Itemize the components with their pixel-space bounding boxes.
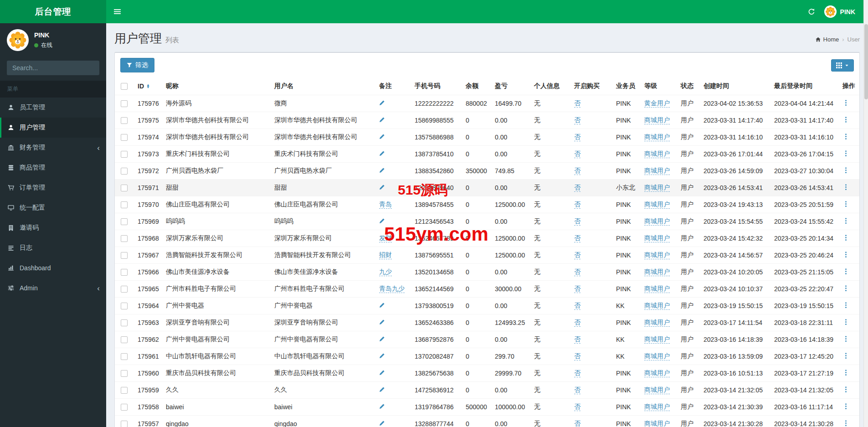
sidebar-item-邀请码[interactable]: 邀请码 <box>0 218 106 238</box>
edit-pencil-icon[interactable] <box>379 336 385 342</box>
actions-menu-icon[interactable] <box>842 116 849 123</box>
purchase-toggle-link[interactable]: 否 <box>574 167 580 175</box>
purchase-toggle-link[interactable]: 否 <box>574 403 580 411</box>
sidebar-item-员工管理[interactable]: 员工管理 <box>0 98 106 118</box>
actions-menu-icon[interactable] <box>842 167 849 174</box>
actions-menu-icon[interactable] <box>842 201 849 207</box>
sidebar-item-订单管理[interactable]: 订单管理 <box>0 178 106 198</box>
purchase-toggle-link[interactable]: 否 <box>574 99 580 108</box>
purchase-toggle-link[interactable]: 否 <box>574 352 580 360</box>
scrollbar-thumb[interactable] <box>864 24 868 99</box>
level-link[interactable]: 商城用户 <box>644 319 670 327</box>
sidebar-item-用户管理[interactable]: 用户管理 <box>0 118 106 138</box>
purchase-toggle-link[interactable]: 否 <box>574 302 580 310</box>
edit-pencil-icon[interactable] <box>379 386 385 392</box>
user-menu[interactable]: PINK <box>824 5 855 18</box>
actions-menu-icon[interactable] <box>842 386 849 393</box>
actions-menu-icon[interactable] <box>842 335 849 342</box>
row-checkbox[interactable] <box>121 201 128 208</box>
remark-link[interactable]: 青岛 <box>379 201 392 209</box>
actions-menu-icon[interactable] <box>842 420 849 427</box>
row-checkbox[interactable] <box>121 370 128 377</box>
sidebar-item-商品管理[interactable]: 商品管理 <box>0 158 106 178</box>
actions-menu-icon[interactable] <box>842 234 849 241</box>
purchase-toggle-link[interactable]: 否 <box>574 369 580 377</box>
sidebar-item-日志[interactable]: 日志 <box>0 238 106 258</box>
row-checkbox[interactable] <box>121 168 128 175</box>
edit-pencil-icon[interactable] <box>379 370 385 376</box>
actions-menu-icon[interactable] <box>842 217 849 224</box>
row-checkbox[interactable] <box>121 185 128 191</box>
level-link[interactable]: 商城用户 <box>644 251 670 259</box>
level-link[interactable]: 商城用户 <box>644 403 670 411</box>
actions-menu-icon[interactable] <box>842 184 849 190</box>
sidebar-toggle-icon[interactable] <box>106 0 128 23</box>
edit-pencil-icon[interactable] <box>379 218 385 224</box>
sidebar-item-Dashboard[interactable]: Dashboard <box>0 258 106 278</box>
edit-pencil-icon[interactable] <box>379 134 385 139</box>
purchase-toggle-link[interactable]: 否 <box>574 335 580 344</box>
refresh-icon[interactable] <box>808 8 815 15</box>
actions-menu-icon[interactable] <box>842 133 849 140</box>
purchase-toggle-link[interactable]: 否 <box>574 133 580 141</box>
level-link[interactable]: 商城用户 <box>644 217 670 226</box>
level-link[interactable]: 商城用户 <box>644 302 670 310</box>
row-checkbox[interactable] <box>121 235 128 242</box>
actions-menu-icon[interactable] <box>842 302 849 309</box>
purchase-toggle-link[interactable]: 否 <box>574 150 580 158</box>
purchase-toggle-link[interactable]: 否 <box>574 116 580 124</box>
actions-menu-icon[interactable] <box>842 251 849 258</box>
actions-menu-icon[interactable] <box>842 285 849 292</box>
level-link[interactable]: 商城用户 <box>644 201 670 209</box>
edit-pencil-icon[interactable] <box>379 150 385 156</box>
row-checkbox[interactable] <box>121 252 128 259</box>
level-link[interactable]: 商城用户 <box>644 369 670 377</box>
actions-menu-icon[interactable] <box>842 150 849 157</box>
purchase-toggle-link[interactable]: 否 <box>574 420 580 427</box>
row-checkbox[interactable] <box>121 353 128 360</box>
row-checkbox[interactable] <box>121 286 128 293</box>
purchase-toggle-link[interactable]: 否 <box>574 217 580 226</box>
edit-pencil-icon[interactable] <box>379 100 385 106</box>
row-checkbox[interactable] <box>121 134 128 141</box>
level-link[interactable]: 商城用户 <box>644 133 670 141</box>
edit-pencil-icon[interactable] <box>379 403 385 409</box>
remark-link[interactable]: 招财 <box>379 251 392 259</box>
purchase-toggle-link[interactable]: 否 <box>574 268 580 276</box>
level-link[interactable]: 商城用户 <box>644 234 670 242</box>
purchase-toggle-link[interactable]: 否 <box>574 386 580 394</box>
level-link[interactable]: 商城用户 <box>644 184 670 192</box>
filter-button[interactable]: 筛选 <box>120 58 154 72</box>
edit-pencil-icon[interactable] <box>379 117 385 123</box>
remark-link[interactable]: 发财 <box>379 234 392 242</box>
actions-menu-icon[interactable] <box>842 99 849 106</box>
level-link[interactable]: 商城用户 <box>644 285 670 293</box>
row-checkbox[interactable] <box>121 303 128 309</box>
remark-link[interactable]: 青岛九少 <box>379 285 405 293</box>
level-link[interactable]: 商城用户 <box>644 167 670 175</box>
purchase-toggle-link[interactable]: 否 <box>574 184 580 192</box>
purchase-toggle-link[interactable]: 否 <box>574 234 580 242</box>
row-checkbox[interactable] <box>121 421 128 427</box>
edit-pencil-icon[interactable] <box>379 167 385 173</box>
sidebar-item-Admin[interactable]: Admin‹ <box>0 278 106 298</box>
level-link[interactable]: 商城用户 <box>644 150 670 158</box>
sidebar-item-财务管理[interactable]: 财务管理‹ <box>0 138 106 158</box>
actions-menu-icon[interactable] <box>842 403 849 410</box>
actions-menu-icon[interactable] <box>842 268 849 275</box>
edit-pencil-icon[interactable] <box>379 302 385 308</box>
row-checkbox[interactable] <box>121 151 128 158</box>
row-checkbox[interactable] <box>121 336 128 343</box>
level-link[interactable]: 商城用户 <box>644 268 670 276</box>
edit-pencil-icon[interactable] <box>379 184 385 190</box>
purchase-toggle-link[interactable]: 否 <box>574 285 580 293</box>
edit-pencil-icon[interactable] <box>379 353 385 359</box>
sidebar-item-统一配置[interactable]: 统一配置 <box>0 198 106 218</box>
level-link[interactable]: 黄金用户 <box>644 99 670 108</box>
row-checkbox[interactable] <box>121 269 128 276</box>
level-link[interactable]: 商城用户 <box>644 335 670 344</box>
level-link[interactable]: 商城用户 <box>644 352 670 360</box>
column-header-ID[interactable]: ID▲▼ <box>134 77 162 95</box>
row-checkbox[interactable] <box>121 218 128 225</box>
row-checkbox[interactable] <box>121 319 128 326</box>
